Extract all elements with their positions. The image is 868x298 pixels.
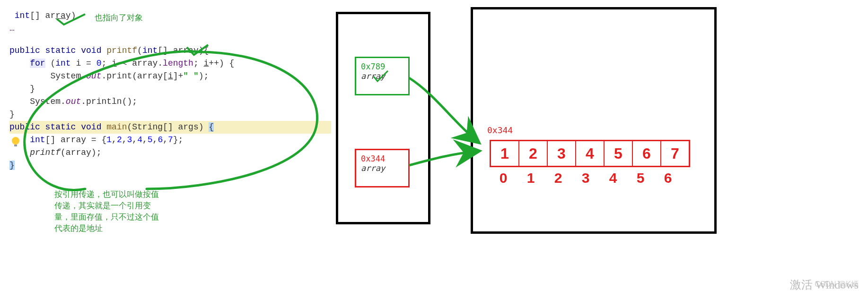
code-line-10: }	[9, 159, 331, 172]
code-snippet-cut: …	[9, 22, 331, 35]
code-line-6: }	[9, 108, 331, 121]
code-line-4: }	[9, 83, 331, 95]
stack-region	[336, 12, 430, 224]
stack-frame-main: 0x344 array	[355, 149, 410, 187]
heap-object-address: 0x344	[487, 125, 513, 135]
index-cell: 3	[572, 170, 599, 186]
stack-frame-var: array	[361, 163, 403, 173]
code-line-5: System.out.println();	[9, 95, 331, 108]
code-line-2: for (int i = 0; i < array.length; i++) {	[9, 57, 331, 70]
index-cell: 0	[490, 170, 517, 186]
stack-frame-addr: 0x344	[361, 154, 403, 163]
stack-frame-printf: 0x789 array	[355, 57, 410, 95]
array-cell: 2	[519, 141, 548, 166]
code-line-7: public static void main(String[] args) {	[9, 121, 331, 134]
index-cell: 2	[544, 170, 572, 186]
code-snippet-top: int[] array)	[9, 9, 331, 22]
index-cell: 6	[654, 170, 682, 186]
annotation-top: 也指向了对象	[95, 12, 143, 24]
windows-watermark: 激活 Windows	[790, 277, 859, 292]
array-cell: 4	[576, 141, 605, 166]
heap-region	[471, 7, 717, 234]
heap-array-indexes: 0 1 2 3 4 5 6	[490, 170, 682, 186]
array-cell: 7	[661, 141, 689, 166]
heap-array: 1 2 3 4 5 6 7	[490, 140, 690, 167]
lightbulb-icon	[12, 137, 19, 145]
array-cell: 6	[633, 141, 661, 166]
annotation-bottom: 按引用传递，也可以叫做按值 传递，其实就是一个引用变 量，里面存值，只不过这个值…	[54, 189, 159, 234]
code-line-9: printf(array);	[9, 146, 331, 159]
index-cell: 4	[599, 170, 627, 186]
stack-frame-var: array	[361, 71, 403, 81]
code-line-3: System.out.print(array[i]+" ");	[9, 70, 331, 83]
array-cell: 5	[605, 141, 633, 166]
code-line-8: int[] array = {1,2,3,4,5,6,7};	[9, 134, 331, 146]
array-cell: 1	[491, 141, 519, 166]
code-editor: int[] array) 也指向了对象 … public static void…	[9, 9, 331, 172]
stack-frame-addr: 0x789	[361, 62, 403, 71]
code-line-1: public static void printf(int[] array){	[9, 44, 331, 57]
index-cell: 1	[517, 170, 544, 186]
index-cell: 5	[627, 170, 654, 186]
array-cell: 3	[548, 141, 576, 166]
